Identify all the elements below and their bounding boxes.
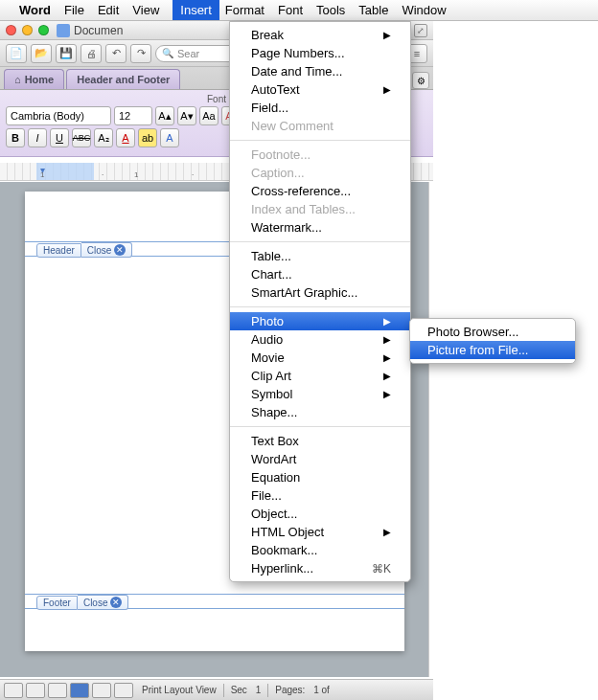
submenu-arrow-icon: ▶ bbox=[383, 389, 391, 399]
close-icon: ✕ bbox=[110, 597, 122, 608]
ribbon-options-icon[interactable]: ⚙ bbox=[412, 72, 429, 89]
close-window-button[interactable] bbox=[6, 25, 16, 35]
font-color-button[interactable]: A bbox=[116, 128, 135, 147]
grow-font-button[interactable]: A▴ bbox=[155, 106, 174, 125]
menu-item-label: Chart... bbox=[251, 267, 292, 282]
view-print-layout-button[interactable] bbox=[70, 683, 89, 698]
menu-tools[interactable]: Tools bbox=[316, 3, 345, 17]
menu-format[interactable]: Format bbox=[225, 3, 264, 17]
pages-value: 1 of bbox=[313, 685, 330, 695]
italic-button[interactable]: I bbox=[28, 128, 47, 147]
insert-menu-item[interactable]: Watermark... bbox=[230, 218, 410, 237]
view-publishing-button[interactable] bbox=[48, 683, 67, 698]
menu-item-label: Break bbox=[251, 28, 284, 42]
insert-menu-item[interactable]: Movie▶ bbox=[230, 349, 410, 367]
pages-label: Pages: bbox=[275, 685, 305, 695]
bold-button[interactable]: B bbox=[6, 128, 25, 147]
insert-menu-item[interactable]: Chart... bbox=[230, 265, 410, 283]
tab-home-label: Home bbox=[25, 74, 55, 85]
menu-table[interactable]: Table bbox=[358, 3, 388, 17]
menu-insert[interactable]: Insert bbox=[172, 0, 219, 20]
menu-file[interactable]: File bbox=[64, 3, 84, 17]
photo-submenu-item[interactable]: Picture from File... bbox=[410, 341, 575, 359]
menu-item-label: Text Box bbox=[251, 434, 299, 448]
redo-button[interactable]: ↷ bbox=[130, 44, 151, 63]
menu-item-label: Photo bbox=[251, 314, 284, 328]
header-close-button[interactable]: Close ✕ bbox=[81, 242, 133, 258]
change-case-button[interactable]: Aa bbox=[199, 106, 218, 125]
insert-menu-item[interactable]: Bookmark... bbox=[230, 541, 410, 559]
menu-item-label: Index and Tables... bbox=[251, 202, 356, 216]
shortcut-label: ⌘K bbox=[372, 562, 391, 576]
tab-home[interactable]: ⌂ Home bbox=[4, 69, 64, 89]
submenu-arrow-icon: ▶ bbox=[383, 334, 391, 345]
menu-item-label: Movie bbox=[251, 350, 285, 365]
insert-menu-item[interactable]: Hyperlink...⌘K bbox=[230, 559, 410, 577]
view-focus-button[interactable] bbox=[114, 683, 133, 698]
insert-menu-item[interactable]: Audio▶ bbox=[230, 330, 410, 349]
text-effects-button[interactable]: A bbox=[160, 128, 179, 147]
insert-menu-item[interactable]: Break▶ bbox=[230, 26, 410, 44]
insert-menu-item[interactable]: WordArt bbox=[230, 450, 410, 468]
menu-item-label: AutoText bbox=[251, 82, 300, 97]
insert-menu-item[interactable]: Equation bbox=[230, 468, 410, 486]
fullscreen-icon[interactable]: ⤢ bbox=[414, 24, 427, 37]
insert-menu-item[interactable]: Cross-reference... bbox=[230, 182, 410, 200]
shrink-font-button[interactable]: A▾ bbox=[177, 106, 196, 125]
submenu-arrow-icon: ▶ bbox=[383, 316, 391, 327]
submenu-arrow-icon: ▶ bbox=[383, 527, 391, 537]
tab-hf-label: Header and Footer bbox=[77, 74, 170, 85]
menu-item-label: Cross-reference... bbox=[251, 184, 351, 198]
menu-item-label: File... bbox=[251, 488, 282, 503]
insert-menu-item[interactable]: Photo▶ bbox=[230, 312, 410, 330]
menu-item-label: Equation bbox=[251, 470, 300, 485]
menu-item-label: Symbol bbox=[251, 387, 292, 401]
view-draft-button[interactable] bbox=[4, 683, 23, 698]
insert-menu-item[interactable]: SmartArt Graphic... bbox=[230, 283, 410, 302]
undo-button[interactable]: ↶ bbox=[105, 44, 126, 63]
insert-menu-item[interactable]: Page Numbers... bbox=[230, 44, 410, 62]
insert-menu-item[interactable]: Clip Art▶ bbox=[230, 367, 410, 385]
subscript-button[interactable]: A₂ bbox=[94, 128, 113, 147]
document-icon bbox=[57, 24, 70, 37]
menu-edit[interactable]: Edit bbox=[98, 3, 119, 17]
insert-menu-item[interactable]: HTML Object▶ bbox=[230, 523, 410, 541]
zoom-window-button[interactable] bbox=[38, 25, 49, 35]
view-outline-button[interactable] bbox=[26, 683, 45, 698]
strikethrough-button[interactable]: ABC bbox=[72, 128, 91, 147]
insert-menu-item[interactable]: File... bbox=[230, 486, 410, 505]
insert-menu-item[interactable]: Symbol▶ bbox=[230, 385, 410, 403]
menu-window[interactable]: Window bbox=[402, 3, 446, 17]
insert-menu-item[interactable]: Date and Time... bbox=[230, 62, 410, 80]
menu-font[interactable]: Font bbox=[278, 3, 303, 17]
section-label: Sec bbox=[231, 685, 247, 695]
menu-item-label: New Comment bbox=[251, 119, 334, 133]
window-controls bbox=[6, 25, 49, 35]
insert-menu-item[interactable]: Table... bbox=[230, 247, 410, 265]
insert-menu-item[interactable]: Field... bbox=[230, 99, 410, 117]
app-name[interactable]: Word bbox=[19, 3, 51, 17]
underline-button[interactable]: U bbox=[50, 128, 69, 147]
menu-item-label: Bookmark... bbox=[251, 543, 317, 557]
minimize-window-button[interactable] bbox=[22, 25, 33, 35]
insert-menu-item[interactable]: Text Box bbox=[230, 432, 410, 450]
save-button[interactable]: 💾 bbox=[56, 44, 77, 63]
view-notebook-button[interactable] bbox=[92, 683, 111, 698]
menu-item-label: Caption... bbox=[251, 166, 305, 180]
open-button[interactable]: 📂 bbox=[31, 44, 52, 63]
menu-view[interactable]: View bbox=[132, 3, 159, 17]
photo-submenu-item[interactable]: Photo Browser... bbox=[410, 323, 575, 341]
print-button[interactable]: 🖨 bbox=[80, 44, 102, 63]
insert-menu-item[interactable]: Object... bbox=[230, 505, 410, 523]
insert-menu-item[interactable]: Shape... bbox=[230, 403, 410, 421]
footer-close-button[interactable]: Close ✕ bbox=[78, 595, 129, 610]
tab-header-footer[interactable]: Header and Footer bbox=[66, 69, 180, 89]
highlight-button[interactable]: ab bbox=[138, 128, 157, 147]
font-size-select[interactable]: 12 bbox=[114, 106, 152, 125]
menu-item-label: Footnote... bbox=[251, 147, 310, 162]
menu-item-label: Hyperlink... bbox=[251, 561, 313, 576]
insert-menu-item[interactable]: AutoText▶ bbox=[230, 80, 410, 99]
font-name-select[interactable]: Cambria (Body) bbox=[6, 106, 111, 125]
new-button[interactable]: 📄 bbox=[6, 44, 27, 63]
footer-region[interactable]: Footer Close ✕ bbox=[25, 594, 404, 609]
